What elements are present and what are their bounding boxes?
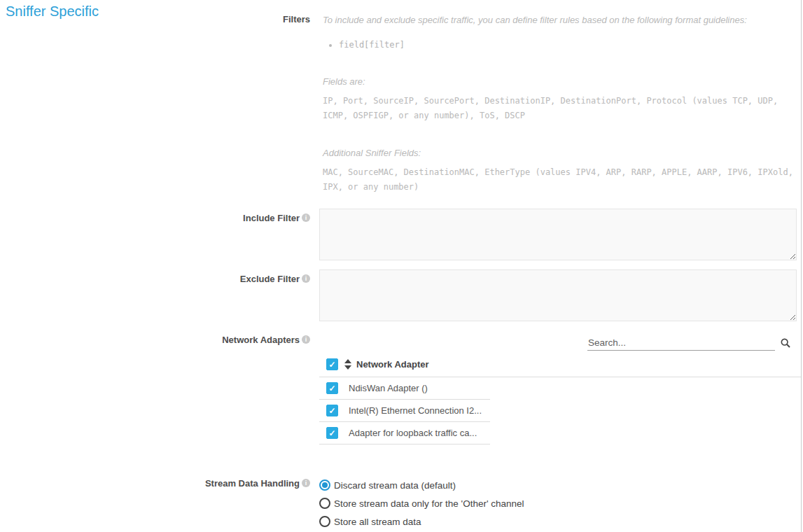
sniffer-settings-form: Filters To include and exclude specific …	[0, 0, 801, 531]
page-title: Sniffer Specific	[6, 4, 99, 20]
adapter-column-header: Network Adapter	[356, 359, 429, 370]
radio-icon	[319, 498, 330, 509]
exclude-filter-info-icon[interactable]: i	[302, 274, 310, 283]
adapter-checkbox[interactable]	[326, 405, 338, 416]
adapter-row: Adapter for loopback traffic ca...	[319, 422, 490, 444]
radio-label: Discard stream data (default)	[334, 480, 456, 491]
stream-data-handling-info-icon[interactable]: i	[302, 479, 310, 487]
fields-list-text: IP, Port, SourceIP, SourcePort, Destinat…	[319, 94, 798, 123]
filters-content: To include and exclude specific traffic,…	[319, 14, 801, 195]
adapter-search-input[interactable]	[587, 336, 775, 351]
filters-label: Filters	[283, 14, 310, 24]
filters-intro-text: To include and exclude specific traffic,…	[319, 14, 798, 26]
sort-icon[interactable]	[344, 359, 351, 370]
radio-option-store-all-stream-data[interactable]: Store all stream data	[319, 512, 801, 531]
radio-icon	[319, 479, 330, 491]
stream-data-handling-row: Stream Data Handlingi Discard stream dat…	[0, 476, 801, 531]
include-filter-content	[319, 209, 801, 260]
adapter-name: Intel(R) Ethernet Connection I2...	[349, 405, 482, 416]
fields-heading: Fields are:	[319, 76, 798, 88]
radio-label: Store stream data only for the 'Other' c…	[334, 498, 524, 509]
network-adapters-label-col: Network Adaptersi	[0, 335, 319, 345]
adapter-row: NdisWan Adapter ()	[319, 377, 490, 400]
filters-row: Filters To include and exclude specific …	[0, 14, 801, 195]
stream-data-handling-label-col: Stream Data Handlingi	[0, 476, 319, 489]
additional-fields-list-text: MAC, SourceMAC, DestinationMAC, EtherTyp…	[319, 165, 798, 195]
select-all-checkbox[interactable]	[326, 358, 338, 370]
additional-fields-heading: Additional Sniffer Fields:	[319, 147, 798, 159]
network-adapters-info-icon[interactable]: i	[302, 335, 310, 344]
include-filter-info-icon[interactable]: i	[302, 214, 310, 222]
sniffer-specific-page: Sniffer Specific Filters To include and …	[0, 0, 802, 532]
include-filter-label-col: Include Filteri	[0, 209, 319, 223]
filter-format-example: field[filter]	[339, 40, 405, 50]
exclude-filter-label-col: Exclude Filteri	[0, 270, 319, 284]
adapter-name: Adapter for loopback traffic ca...	[349, 428, 477, 438]
adapter-row: Intel(R) Ethernet Connection I2...	[319, 400, 490, 422]
include-filter-label: Include Filter	[243, 213, 300, 223]
exclude-filter-input[interactable]	[319, 270, 797, 321]
exclude-filter-content	[319, 270, 801, 321]
filter-format-list: field[filter]	[319, 38, 801, 52]
radio-label: Store all stream data	[334, 517, 421, 527]
adapter-name: NdisWan Adapter ()	[349, 383, 428, 393]
include-filter-input[interactable]	[319, 209, 797, 260]
radio-option-store-other-channel[interactable]: Store stream data only for the 'Other' c…	[319, 494, 801, 512]
adapter-table: Network Adapter NdisWan Adapter () Intel…	[319, 354, 801, 444]
exclude-filter-row: Exclude Filteri	[0, 270, 801, 321]
exclude-filter-label: Exclude Filter	[240, 274, 300, 284]
network-adapters-label: Network Adapters	[222, 335, 300, 345]
stream-data-handling-content: Discard stream data (default) Store stre…	[319, 476, 801, 531]
network-adapters-row: Network Adaptersi Net	[0, 335, 801, 444]
radio-option-discard-stream-data[interactable]: Discard stream data (default)	[319, 476, 801, 494]
adapter-search-bar	[319, 335, 791, 351]
adapter-table-header: Network Adapter	[319, 354, 801, 377]
radio-icon	[319, 516, 330, 527]
filter-format-item: field[filter]	[339, 38, 801, 52]
adapter-checkbox[interactable]	[326, 427, 338, 439]
network-adapters-content: Network Adapter NdisWan Adapter () Intel…	[319, 335, 801, 444]
adapter-checkbox[interactable]	[326, 382, 338, 394]
include-filter-row: Include Filteri	[0, 209, 801, 260]
stream-data-handling-label: Stream Data Handling	[205, 478, 300, 489]
search-icon[interactable]	[780, 337, 791, 349]
